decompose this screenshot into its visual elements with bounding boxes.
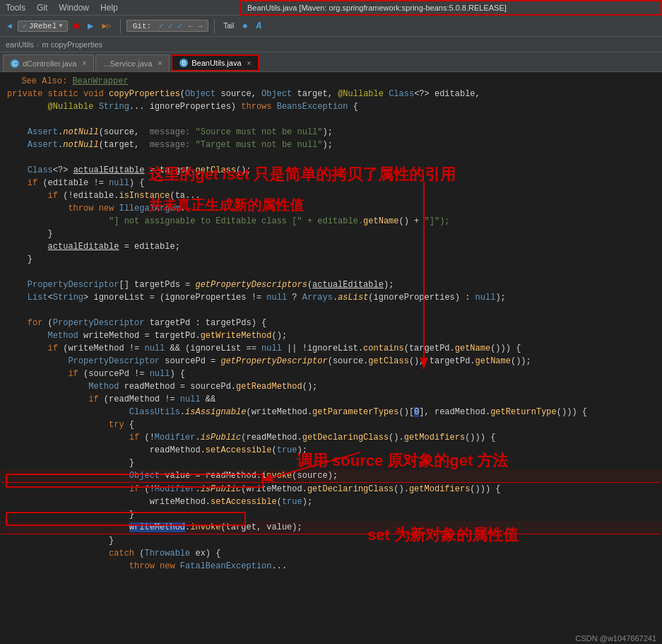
code-line-if-editable: if (editable != null) {	[0, 177, 662, 189]
code-line-sourcepd: PropertyDescriptor sourcePd = getPropert…	[0, 355, 662, 368]
tab-icon-c: C	[11, 59, 19, 68]
code-line-close-if: }	[0, 228, 662, 240]
code-line-propdesc: PropertyDescriptor[] targetPds = getProp…	[0, 279, 662, 291]
code-line-close-modifier2: }	[0, 508, 662, 521]
code-line-close-if2: }	[0, 253, 662, 266]
tab-icon-b: B	[179, 59, 188, 67]
code-line-for: for (PropertyDescriptor targetPd : targe…	[0, 317, 662, 329]
tab-service[interactable]: ...Service.java ×	[95, 54, 170, 71]
run-icon[interactable]: ▶	[85, 18, 96, 33]
font-icon[interactable]: A	[254, 19, 265, 33]
code-line-catch: catch (Throwable ex) {	[0, 547, 662, 560]
tab-label-controller: dController.java	[23, 59, 76, 68]
stop-icon[interactable]: ■	[71, 19, 82, 33]
back-icon[interactable]: ◀	[4, 20, 15, 32]
code-line-setaccessible2: writeMethod.setAccessible(true);	[0, 496, 662, 508]
jrebel-button[interactable]: ✓ JRebel ▼	[18, 21, 68, 32]
code-line-class: Class<?> actualEditable = target.getClas…	[0, 164, 662, 177]
code-line-if-modifier2: if (!Modifier.isPublic(writeMethod.getDe…	[0, 483, 662, 496]
code-blank-3	[0, 266, 662, 279]
toolbar: ◀ ✓ JRebel ▼ ■ ▶ ▶▷ Git: ✓ ✓ ✓ ← → Tail …	[0, 16, 662, 37]
code-line-try: try {	[0, 418, 662, 431]
tab-beanutils[interactable]: B BeanUtils.java ×	[171, 54, 259, 71]
code-line-assert1: Assert.notNull(source, message: "Source …	[0, 126, 662, 139]
tab-bar: C dController.java × ...Service.java × B…	[0, 52, 662, 72]
code-line-close-try: }	[0, 534, 662, 547]
code-line-close-modifier: }	[0, 457, 662, 469]
tab-label-service: ...Service.java	[103, 59, 152, 68]
toolbar-separator-1	[120, 19, 121, 33]
tab-close-controller[interactable]: ×	[82, 59, 86, 67]
code-line-invoke-read: Object value = readMethod.invoke(source)…	[0, 469, 662, 483]
git-label: Git:	[133, 22, 151, 30]
code-line-if-read: if (readMethod != null &&	[0, 393, 662, 406]
git-button[interactable]: Git: ✓ ✓ ✓ ← →	[126, 20, 209, 32]
code-line-if-modifier: if (!Modifier.isPublic(readMethod.getDec…	[0, 431, 662, 444]
watermark: CSDN @w1047667241	[569, 633, 662, 644]
code-line-if-instance: if (!editable.isInstance(ta...	[0, 189, 662, 202]
code-blank-2	[0, 151, 662, 164]
toolbar-separator-2	[214, 19, 215, 33]
code-line-2: @Nullable String... ignoreProperties) th…	[0, 100, 662, 113]
tab-label-beanutils: BeanUtils.java	[191, 59, 241, 67]
file-title-text: BeanUtils.java [Maven: org.springframewo…	[247, 4, 507, 12]
debug-icon[interactable]: ▶▷	[100, 20, 114, 32]
code-blank-1	[0, 113, 662, 126]
jrebel-label: JRebel	[29, 22, 57, 30]
tab-close-service[interactable]: ×	[158, 59, 162, 67]
code-line-throw-fatal: throw new FatalBeanException...	[0, 560, 662, 573]
code-line-if-sourcepd: if (sourcePd != null) {	[0, 368, 662, 380]
code-line-classutils: ClassUtils.isAssignable(writeMethod.getP…	[0, 406, 662, 418]
code-line-if-write: if (writeMethod != null && (ignoreList =…	[0, 342, 662, 355]
breadcrumb: eanUtils › m copyProperties	[0, 37, 662, 52]
code-see-also: See Also: BeanWrapper	[0, 75, 662, 88]
code-line-actual-editable: actualEditable = editable;	[0, 240, 662, 253]
file-title-bar: BeanUtils.java [Maven: org.springframewo…	[240, 0, 662, 16]
menu-window[interactable]: Window	[59, 3, 89, 13]
code-blank-4	[0, 304, 662, 317]
tab-close-beanutils[interactable]: ×	[247, 59, 252, 67]
maven-icon[interactable]: ◆	[240, 19, 250, 33]
tab-controller[interactable]: C dController.java ×	[3, 54, 94, 71]
code-line-ignorelist: List<String> ignoreList = (ignorePropert…	[0, 291, 662, 304]
code-line-writemethod: Method writeMethod = targetPd.getWriteMe…	[0, 329, 662, 342]
code-line-readmethod: Method readMethod = sourcePd.getReadMeth…	[0, 380, 662, 393]
code-line-assignable: "] not assignable to Editable class [" +…	[0, 215, 662, 228]
code-line-assert2: Assert.notNull(target, message: "Target …	[0, 139, 662, 151]
code-line-1: private static void copyProperties(Objec…	[0, 88, 662, 100]
menu-help[interactable]: Help	[100, 3, 118, 13]
menu-tools[interactable]: Tools	[6, 3, 25, 13]
breadcrumb-class: eanUtils	[6, 40, 34, 49]
code-line-invoke-write: writeMethod.invoke(target, value);	[0, 521, 662, 534]
code-line-throw: throw new IllegalArgum...	[0, 202, 662, 215]
tail-icon[interactable]: Tail	[220, 21, 237, 31]
breadcrumb-method: m copyProperties	[42, 40, 102, 49]
code-line-setaccessible: readMethod.setAccessible(true);	[0, 444, 662, 457]
code-area[interactable]: See Also: BeanWrapper private static voi…	[0, 72, 662, 644]
menu-git[interactable]: Git	[37, 3, 47, 13]
